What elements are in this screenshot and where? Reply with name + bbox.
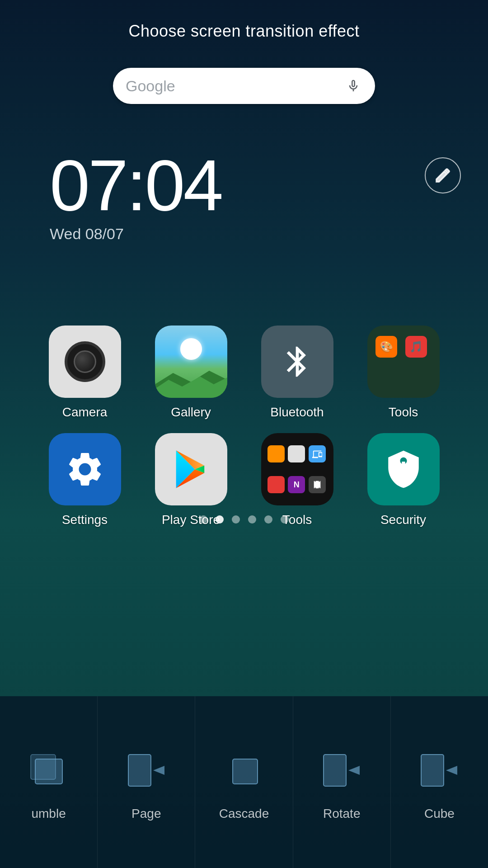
- cube-icon: [412, 743, 466, 797]
- dot-6[interactable]: [281, 515, 289, 524]
- app-label-tools-folder: Tools: [389, 405, 418, 420]
- app-item-security[interactable]: Security: [355, 433, 452, 527]
- search-text: Google: [126, 77, 344, 95]
- clock-widget: 07:04 Wed 08/07: [50, 149, 221, 243]
- dot-3[interactable]: [232, 515, 240, 524]
- transition-page[interactable]: Page: [98, 696, 195, 868]
- app-item-gallery[interactable]: Gallery: [142, 326, 239, 420]
- svg-marker-11: [153, 766, 164, 775]
- app-label-camera: Camera: [62, 405, 108, 420]
- dot-2[interactable]: [216, 515, 224, 524]
- transition-rotate[interactable]: Rotate: [293, 696, 391, 868]
- clock-time: 07:04: [50, 149, 221, 222]
- app-item-bluetooth[interactable]: Bluetooth: [249, 326, 346, 420]
- security-icon: [367, 433, 440, 505]
- transition-tumble[interactable]: umble: [0, 696, 98, 868]
- app-item-tools-grid[interactable]: N Tools: [249, 433, 346, 527]
- dot-5[interactable]: [264, 515, 272, 524]
- svg-rect-9: [31, 755, 56, 779]
- gallery-icon: [155, 326, 227, 398]
- app-item-camera[interactable]: Camera: [36, 326, 133, 420]
- camera-icon: [49, 326, 121, 398]
- tools-grid-icon: N: [261, 433, 333, 505]
- playstore-icon: [155, 433, 227, 505]
- bluetooth-icon: [261, 326, 333, 398]
- dot-1[interactable]: [199, 515, 207, 524]
- app-label-bluetooth: Bluetooth: [270, 405, 324, 420]
- rotate-label: Rotate: [323, 807, 361, 821]
- svg-rect-15: [421, 755, 444, 786]
- svg-rect-12: [233, 759, 258, 784]
- clock-date: Wed 08/07: [50, 225, 221, 243]
- transition-bar: umble Page Cascade Rotate: [0, 696, 488, 868]
- page-label: Page: [131, 807, 161, 821]
- search-bar[interactable]: Google: [113, 68, 375, 104]
- transition-cascade[interactable]: Cascade: [195, 696, 293, 868]
- cascade-icon: [217, 743, 271, 797]
- app-item-playstore[interactable]: Play Store: [142, 433, 239, 527]
- page-icon: [119, 743, 174, 797]
- svg-marker-16: [446, 766, 457, 775]
- page-dots: [0, 515, 488, 524]
- cascade-label: Cascade: [219, 807, 269, 821]
- tools-folder-icon: 🎨 🎵: [367, 326, 440, 398]
- svg-rect-13: [324, 755, 346, 786]
- tumble-icon: [22, 743, 76, 797]
- mic-icon[interactable]: [344, 77, 362, 95]
- settings-icon: [49, 433, 121, 505]
- rotate-icon: [314, 743, 369, 797]
- app-grid: Camera Gallery Bluetooth 🎨 🎵 Tools: [0, 326, 488, 527]
- screen-title: Choose screen transition effect: [0, 0, 488, 41]
- transition-cube[interactable]: Cube: [391, 696, 488, 868]
- app-item-settings[interactable]: Settings: [36, 433, 133, 527]
- dot-4[interactable]: [248, 515, 256, 524]
- app-label-gallery: Gallery: [171, 405, 211, 420]
- cube-label: Cube: [424, 807, 455, 821]
- svg-marker-14: [348, 766, 360, 775]
- app-item-tools-folder[interactable]: 🎨 🎵 Tools: [355, 326, 452, 420]
- tumble-label: umble: [31, 807, 66, 821]
- edit-button[interactable]: [425, 157, 461, 193]
- svg-rect-10: [128, 755, 151, 786]
